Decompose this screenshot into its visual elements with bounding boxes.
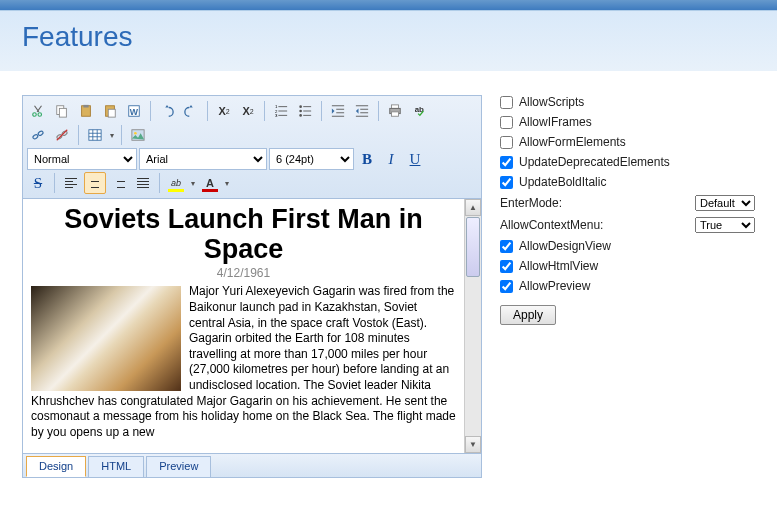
indent-icon[interactable]: [327, 100, 349, 122]
svg-point-1: [38, 113, 42, 117]
allow-form-elements-label: AllowFormElements: [519, 135, 755, 149]
ordered-list-icon[interactable]: 123: [270, 100, 292, 122]
top-accent-bar: [0, 0, 777, 10]
superscript-icon[interactable]: X2: [213, 100, 235, 122]
separator: [121, 125, 122, 145]
options-panel: AllowScripts AllowIFrames AllowFormEleme…: [500, 95, 755, 325]
svg-rect-3: [59, 108, 66, 117]
align-right-icon[interactable]: [108, 172, 130, 194]
svg-text:W: W: [130, 107, 139, 117]
separator: [321, 101, 322, 121]
font-family-select[interactable]: Arial: [139, 148, 267, 170]
editor-panel: W X2 X2 123 ab: [22, 95, 482, 478]
allow-iframes-checkbox[interactable]: [500, 116, 513, 129]
separator: [378, 101, 379, 121]
update-bold-italic-label: UpdateBoldItalic: [519, 175, 755, 189]
separator: [150, 101, 151, 121]
copy-icon[interactable]: [51, 100, 73, 122]
apply-button[interactable]: Apply: [500, 305, 556, 325]
svg-rect-30: [392, 105, 399, 109]
subscript-icon[interactable]: X2: [237, 100, 259, 122]
article-image: [31, 286, 181, 391]
bold-button[interactable]: B: [356, 148, 378, 170]
page-title: Features: [22, 21, 755, 53]
paste-icon[interactable]: [75, 100, 97, 122]
svg-rect-7: [108, 109, 115, 117]
header: Features: [0, 10, 777, 71]
italic-button[interactable]: I: [380, 148, 402, 170]
insert-table-icon[interactable]: [84, 124, 106, 146]
undo-icon[interactable]: [156, 100, 178, 122]
allow-html-view-label: AllowHtmlView: [519, 259, 755, 273]
unlink-icon[interactable]: [51, 124, 73, 146]
svg-point-18: [299, 114, 302, 117]
redo-icon[interactable]: [180, 100, 202, 122]
font-size-select[interactable]: 6 (24pt): [269, 148, 354, 170]
highlight-dropdown-icon[interactable]: ▾: [189, 172, 197, 194]
link-icon[interactable]: [27, 124, 49, 146]
svg-rect-5: [83, 105, 88, 108]
article-date: 4/12/1961: [31, 266, 456, 280]
cut-icon[interactable]: [27, 100, 49, 122]
allow-scripts-checkbox[interactable]: [500, 96, 513, 109]
scroll-up-icon[interactable]: ▲: [465, 199, 481, 216]
tab-design[interactable]: Design: [26, 456, 86, 477]
highlight-color-icon[interactable]: ab: [165, 172, 187, 194]
svg-point-35: [37, 130, 43, 136]
allow-design-view-checkbox[interactable]: [500, 240, 513, 253]
enter-mode-label: EnterMode:: [500, 196, 691, 210]
insert-image-icon[interactable]: [127, 124, 149, 146]
tab-preview[interactable]: Preview: [146, 456, 211, 477]
svg-point-45: [134, 132, 137, 135]
svg-rect-39: [89, 130, 101, 141]
paste-text-icon[interactable]: [99, 100, 121, 122]
scrollbar[interactable]: ▲ ▼: [464, 199, 481, 453]
view-tabs: Design HTML Preview: [22, 454, 482, 478]
update-deprecated-checkbox[interactable]: [500, 156, 513, 169]
underline-button[interactable]: U: [404, 148, 426, 170]
svg-point-17: [299, 110, 302, 113]
update-deprecated-label: UpdateDeprecatedElements: [519, 155, 755, 169]
block-format-select[interactable]: Normal: [27, 148, 137, 170]
spellcheck-icon[interactable]: ab: [408, 100, 430, 122]
separator: [78, 125, 79, 145]
allow-design-view-label: AllowDesignView: [519, 239, 755, 253]
font-color-icon[interactable]: A: [199, 172, 221, 194]
unordered-list-icon[interactable]: [294, 100, 316, 122]
editor-content-area[interactable]: Soviets Launch First Man in Space 4/12/1…: [23, 199, 464, 453]
enter-mode-select[interactable]: Default: [695, 195, 755, 211]
tab-html[interactable]: HTML: [88, 456, 144, 477]
article-headline: Soviets Launch First Man in Space: [31, 205, 456, 264]
scroll-down-icon[interactable]: ▼: [465, 436, 481, 453]
strike-button[interactable]: S: [27, 172, 49, 194]
align-justify-icon[interactable]: [132, 172, 154, 194]
toolbar: W X2 X2 123 ab: [22, 95, 482, 199]
allow-html-view-checkbox[interactable]: [500, 260, 513, 273]
svg-text:3: 3: [275, 113, 278, 118]
allow-preview-checkbox[interactable]: [500, 280, 513, 293]
print-icon[interactable]: [384, 100, 406, 122]
svg-point-34: [32, 134, 38, 140]
scroll-track-fill: [465, 278, 481, 436]
allow-form-elements-checkbox[interactable]: [500, 136, 513, 149]
fontcolor-dropdown-icon[interactable]: ▾: [223, 172, 231, 194]
align-center-icon[interactable]: [84, 172, 106, 194]
svg-point-16: [299, 105, 302, 108]
article-body: Major Yuri Alexeyevich Gagarin was fired…: [31, 284, 456, 440]
table-dropdown-icon[interactable]: ▾: [108, 124, 116, 146]
allow-preview-label: AllowPreview: [519, 279, 755, 293]
allow-context-menu-select[interactable]: True: [695, 217, 755, 233]
allow-scripts-label: AllowScripts: [519, 95, 755, 109]
scroll-thumb[interactable]: [466, 217, 480, 277]
separator: [207, 101, 208, 121]
outdent-icon[interactable]: [351, 100, 373, 122]
allow-context-menu-label: AllowContextMenu:: [500, 218, 691, 232]
svg-rect-32: [392, 112, 399, 116]
separator: [54, 173, 55, 193]
align-left-icon[interactable]: [60, 172, 82, 194]
allow-iframes-label: AllowIFrames: [519, 115, 755, 129]
update-bold-italic-checkbox[interactable]: [500, 176, 513, 189]
paste-word-icon[interactable]: W: [123, 100, 145, 122]
separator: [159, 173, 160, 193]
separator: [264, 101, 265, 121]
